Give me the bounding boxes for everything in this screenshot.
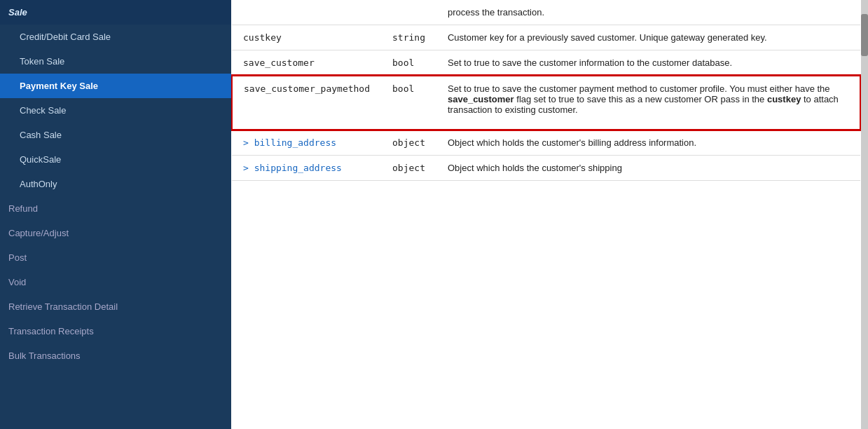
- sidebar-item-retrieve-transaction[interactable]: Retrieve Transaction Detail: [0, 294, 231, 319]
- cell-name-custkey: custkey: [232, 25, 381, 50]
- scrollbar-track[interactable]: [861, 0, 868, 429]
- sidebar-item-authonly[interactable]: AuthOnly: [0, 172, 231, 196]
- cell-desc-save-customer: Set to true to save the customer informa…: [436, 50, 860, 76]
- cell-type-shipping-address: object: [381, 156, 436, 181]
- table-row-save-customer: save_customer bool Set to true to save t…: [232, 50, 860, 76]
- main-content: process the transaction. custkey string …: [231, 0, 861, 429]
- sidebar-item-quicksale-label: QuickSale: [20, 154, 61, 165]
- sidebar-item-void-label: Void: [8, 277, 26, 287]
- sidebar-item-credit-debit[interactable]: Credit/Debit Card Sale: [0, 25, 231, 49]
- sidebar-item-refund-label: Refund: [8, 203, 38, 214]
- billing-address-link[interactable]: > billing_address: [243, 137, 336, 148]
- sidebar-item-quicksale[interactable]: QuickSale: [0, 147, 231, 172]
- cell-name-billing-address: > billing_address: [232, 130, 381, 156]
- cell-type-partial: [381, 0, 436, 25]
- sidebar-item-post[interactable]: Post: [0, 245, 231, 270]
- sidebar-item-void[interactable]: Void: [0, 270, 231, 294]
- sidebar-item-payment-key-sale-label: Payment Key Sale: [20, 81, 98, 91]
- sidebar: Sale Credit/Debit Card Sale Token Sale P…: [0, 0, 231, 429]
- cell-type-custkey: string: [381, 25, 436, 50]
- cell-name-save-customer-paymethod: save_customer_paymethod: [232, 76, 381, 130]
- sidebar-item-payment-key-sale[interactable]: Payment Key Sale: [0, 74, 231, 98]
- sidebar-item-check-sale-label: Check Sale: [20, 105, 66, 116]
- sidebar-item-capture-adjust-label: Capture/Adjust: [8, 228, 69, 238]
- sidebar-item-refund[interactable]: Refund: [0, 196, 231, 221]
- sidebar-item-bulk-transactions-label: Bulk Transactions: [8, 350, 81, 361]
- sidebar-item-sale[interactable]: Sale: [0, 0, 231, 25]
- cell-desc-shipping-address: Object which holds the customer's shippi…: [436, 156, 860, 181]
- cell-desc-partial: process the transaction.: [436, 0, 860, 25]
- cell-desc-custkey: Customer key for a previously saved cust…: [436, 25, 860, 50]
- sidebar-item-credit-debit-label: Credit/Debit Card Sale: [20, 32, 111, 42]
- table-row-billing-address: > billing_address object Object which ho…: [232, 130, 860, 156]
- cell-type-save-customer: bool: [381, 50, 436, 76]
- sidebar-item-retrieve-transaction-label: Retrieve Transaction Detail: [8, 301, 118, 312]
- cell-name-shipping-address: > shipping_address: [232, 156, 381, 181]
- table-row-partial: process the transaction.: [232, 0, 860, 25]
- table-row-custkey: custkey string Customer key for a previo…: [232, 25, 860, 50]
- sidebar-item-token-sale[interactable]: Token Sale: [0, 49, 231, 74]
- sidebar-item-cash-sale-label: Cash Sale: [20, 130, 62, 140]
- sidebar-item-bulk-transactions[interactable]: Bulk Transactions: [0, 343, 231, 368]
- cell-name-save-customer: save_customer: [232, 50, 381, 76]
- bold-custkey: custkey: [767, 94, 801, 104]
- bold-save-customer: save_customer: [448, 94, 514, 104]
- sidebar-item-post-label: Post: [8, 252, 27, 263]
- api-table: process the transaction. custkey string …: [231, 0, 861, 181]
- cell-desc-billing-address: Object which holds the customer's billin…: [436, 130, 860, 156]
- table-row-shipping-address: > shipping_address object Object which h…: [232, 156, 860, 181]
- sidebar-item-capture-adjust[interactable]: Capture/Adjust: [0, 221, 231, 245]
- sidebar-item-transaction-receipts-label: Transaction Receipts: [8, 326, 94, 336]
- shipping-address-link[interactable]: > shipping_address: [243, 163, 342, 173]
- cell-type-billing-address: object: [381, 130, 436, 156]
- sidebar-item-cash-sale[interactable]: Cash Sale: [0, 123, 231, 147]
- table-row-save-customer-paymethod: save_customer_paymethod bool Set to true…: [232, 76, 860, 130]
- sidebar-item-sale-label: Sale: [8, 7, 27, 18]
- cell-type-save-customer-paymethod: bool: [381, 76, 436, 130]
- cell-name-partial: [232, 0, 381, 25]
- cell-desc-save-customer-paymethod: Set to true to save the customer payment…: [436, 76, 860, 130]
- sidebar-item-transaction-receipts[interactable]: Transaction Receipts: [0, 319, 231, 343]
- sidebar-item-token-sale-label: Token Sale: [20, 56, 64, 67]
- scrollbar-thumb[interactable]: [861, 14, 868, 56]
- sidebar-item-authonly-label: AuthOnly: [20, 179, 57, 189]
- sidebar-item-check-sale[interactable]: Check Sale: [0, 98, 231, 123]
